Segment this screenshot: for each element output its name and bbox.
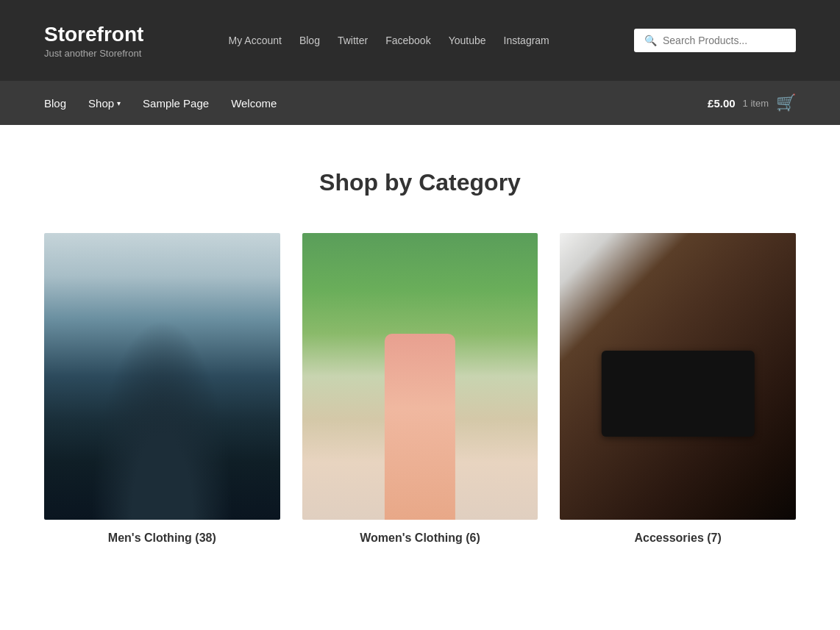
site-title: Storefront (44, 22, 143, 47)
category-card-womens[interactable]: Women's Clothing (6) (302, 233, 538, 545)
site-branding: Storefront Just another Storefront (44, 22, 143, 60)
nav-my-account[interactable]: My Account (229, 35, 282, 46)
mens-photo (44, 233, 280, 520)
main-nav-bar: Blog Shop ▾ Sample Page Welcome £5.00 1 … (0, 81, 840, 125)
shop-chevron-icon: ▾ (117, 99, 121, 107)
search-input[interactable] (663, 35, 786, 46)
category-image-womens (302, 233, 538, 520)
accessories-photo (560, 233, 796, 520)
nav-twitter[interactable]: Twitter (338, 35, 368, 46)
category-card-mens[interactable]: Men's Clothing (38) (44, 233, 280, 545)
nav-blog[interactable]: Blog (299, 35, 320, 46)
nav-instagram[interactable]: Instagram (504, 35, 549, 46)
category-label-womens: Women's Clothing (6) (360, 531, 480, 545)
nav-main-blog[interactable]: Blog (44, 97, 66, 110)
cart-price: £5.00 (708, 97, 736, 110)
nav-sample-page[interactable]: Sample Page (143, 97, 209, 110)
nav-youtube[interactable]: Youtube (449, 35, 486, 46)
shop-link[interactable]: Shop (88, 97, 114, 110)
main-content: Shop by Category Men's Clothing (38) Wom… (0, 125, 840, 604)
category-grid: Men's Clothing (38) Women's Clothing (6)… (44, 233, 796, 545)
cart-count: 1 item (743, 98, 769, 109)
category-label-mens: Men's Clothing (38) (108, 531, 216, 545)
nav-main-shop[interactable]: Shop ▾ (88, 97, 121, 110)
main-nav: Blog Shop ▾ Sample Page Welcome (44, 97, 708, 110)
category-image-accessories (560, 233, 796, 520)
section-title: Shop by Category (44, 169, 796, 196)
nav-welcome[interactable]: Welcome (231, 97, 277, 110)
top-header: Storefront Just another Storefront My Ac… (0, 0, 840, 81)
top-nav: My Account Blog Twitter Facebook Youtube… (229, 35, 549, 46)
cart-area: £5.00 1 item 🛒 (708, 93, 796, 112)
search-icon: 🔍 (644, 35, 657, 46)
category-image-mens (44, 233, 280, 520)
category-label-accessories: Accessories (7) (635, 531, 722, 545)
cart-button[interactable]: 🛒 (776, 93, 796, 112)
nav-facebook[interactable]: Facebook (385, 35, 430, 46)
category-card-accessories[interactable]: Accessories (7) (560, 233, 796, 545)
search-box: 🔍 (634, 29, 796, 52)
womens-photo (302, 233, 538, 520)
site-tagline: Just another Storefront (44, 48, 143, 59)
